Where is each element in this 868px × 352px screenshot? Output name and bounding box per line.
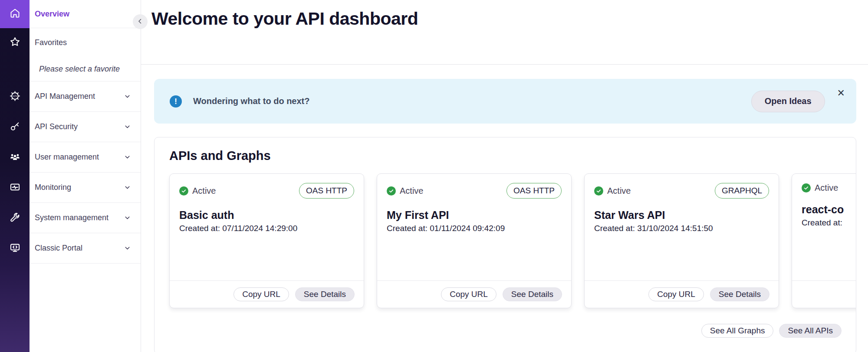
sidebar-item-classic-portal[interactable]: Classic Portal	[30, 233, 141, 264]
icon-rail: </>	[0, 0, 30, 352]
copy-url-button[interactable]: Copy URL	[233, 287, 289, 301]
api-created-at: Created at: 31/10/2024 14:51:50	[594, 224, 769, 233]
api-type-badge: OAS HTTP	[299, 183, 354, 199]
status-badge: Active	[400, 186, 423, 196]
rail-item-favorites[interactable]	[0, 28, 30, 57]
star-icon	[9, 36, 21, 49]
svg-text:</>: </>	[13, 94, 17, 98]
rail-item-api-security[interactable]	[0, 112, 30, 142]
see-all-apis-button[interactable]: See All APIs	[779, 324, 842, 338]
rail-item-classic-portal[interactable]	[0, 233, 30, 264]
api-name: Basic auth	[179, 209, 354, 222]
sidebar-item-monitoring[interactable]: Monitoring	[30, 173, 141, 203]
panel-title: APIs and Graphs	[169, 149, 856, 163]
status-badge: Active	[607, 186, 631, 196]
app-window: </> Overview Favorites Please select a f…	[0, 0, 868, 352]
api-card: Active OAS HTTP Basic auth Created at: 0…	[169, 173, 364, 308]
api-type-badge: GRAPHQL	[715, 183, 769, 199]
api-created-at: Created at: 01/11/2024 09:42:09	[387, 224, 562, 233]
sidebar-item-label: API Management	[35, 92, 95, 101]
page-header: Welcome to your API dashboard	[141, 9, 868, 65]
chevron-down-icon	[124, 214, 131, 222]
see-details-button[interactable]: See Details	[295, 287, 355, 301]
see-all-graphs-button[interactable]: See All Graphs	[701, 324, 774, 338]
chevron-down-icon	[124, 123, 131, 130]
gear-code-icon: </>	[9, 90, 21, 104]
page-title: Welcome to your API dashboard	[151, 9, 868, 29]
users-icon	[9, 151, 21, 164]
favorites-placeholder-text: Please select a favorite	[39, 65, 120, 74]
banner-message: Wondering what to do next?	[193, 96, 310, 106]
sidebar-item-api-security[interactable]: API Security	[30, 112, 141, 142]
active-check-icon	[802, 183, 811, 192]
copy-url-button[interactable]: Copy URL	[441, 287, 496, 301]
status-badge: Active	[815, 183, 838, 193]
sidebar-item-favorites[interactable]: Favorites	[30, 28, 141, 57]
panel-actions: See All Graphs See All APIs	[169, 324, 842, 338]
apis-graphs-panel: APIs and Graphs Active OAS HTTP Basic au…	[154, 137, 856, 352]
sidebar-item-user-management[interactable]: User management	[30, 142, 141, 173]
sidebar-item-system-management[interactable]: System management	[30, 203, 141, 233]
sidebar-item-label: User management	[35, 153, 99, 162]
open-ideas-button[interactable]: Open Ideas	[751, 91, 825, 112]
api-name: react-co	[802, 203, 856, 216]
api-name: My First API	[387, 209, 562, 222]
api-card: Active OAS HTTP My First API Created at:…	[377, 173, 572, 308]
chevron-down-icon	[124, 153, 131, 161]
api-created-at: Created at: 07/11/2024 14:29:00	[179, 224, 354, 233]
rail-item-overview[interactable]	[0, 0, 30, 28]
api-card: Active GRAPHQL Star Wars API Created at:…	[584, 173, 779, 308]
sidebar-item-label: Favorites	[35, 38, 67, 47]
sidebar-collapse-button[interactable]	[133, 14, 148, 29]
chevron-left-icon	[136, 17, 144, 26]
api-name: Star Wars API	[594, 209, 769, 222]
rail-spacer	[0, 57, 30, 81]
sidebar-item-label: Monitoring	[35, 183, 71, 192]
key-icon	[9, 121, 21, 134]
sidebar-item-api-management[interactable]: API Management	[30, 81, 141, 112]
copy-url-button[interactable]: Copy URL	[856, 287, 856, 301]
sidebar-item-label: Classic Portal	[35, 244, 82, 253]
close-icon[interactable]: ✕	[837, 88, 845, 98]
sidebar-item-label: API Security	[35, 122, 78, 131]
chevron-down-icon	[124, 93, 131, 100]
favorites-placeholder: Please select a favorite	[30, 57, 141, 81]
rail-item-monitoring[interactable]	[0, 173, 30, 203]
api-type-badge: OAS HTTP	[506, 183, 562, 199]
api-created-at: Created at:	[802, 218, 856, 228]
sidebar-item-label: System management	[35, 213, 108, 222]
sidebar: Overview Favorites Please select a favor…	[30, 0, 141, 352]
active-check-icon	[594, 186, 603, 196]
info-banner: ! Wondering what to do next? Open Ideas …	[154, 79, 856, 124]
chevron-down-icon	[124, 244, 131, 252]
wrench-icon	[9, 212, 21, 225]
status-badge: Active	[192, 186, 216, 196]
monitor-code-icon	[9, 242, 21, 255]
info-icon: !	[170, 95, 182, 108]
rail-item-api-management[interactable]: </>	[0, 81, 30, 112]
main-content: Welcome to your API dashboard ! Wonderin…	[141, 0, 868, 352]
api-card: Active react-co Created at: Copy URL See…	[792, 173, 856, 308]
sidebar-item-label: Overview	[35, 10, 69, 19]
home-icon	[9, 7, 21, 21]
active-check-icon	[387, 186, 396, 196]
chevron-down-icon	[124, 184, 131, 191]
rail-item-user-management[interactable]	[0, 142, 30, 173]
rail-item-system-management[interactable]	[0, 203, 30, 233]
sidebar-item-overview[interactable]: Overview	[30, 0, 141, 28]
api-card-row: Active OAS HTTP Basic auth Created at: 0…	[169, 173, 856, 308]
copy-url-button[interactable]: Copy URL	[648, 287, 704, 301]
see-details-button[interactable]: See Details	[710, 287, 769, 301]
active-check-icon	[179, 186, 188, 196]
monitor-pulse-icon	[9, 181, 21, 195]
see-details-button[interactable]: See Details	[503, 287, 562, 301]
